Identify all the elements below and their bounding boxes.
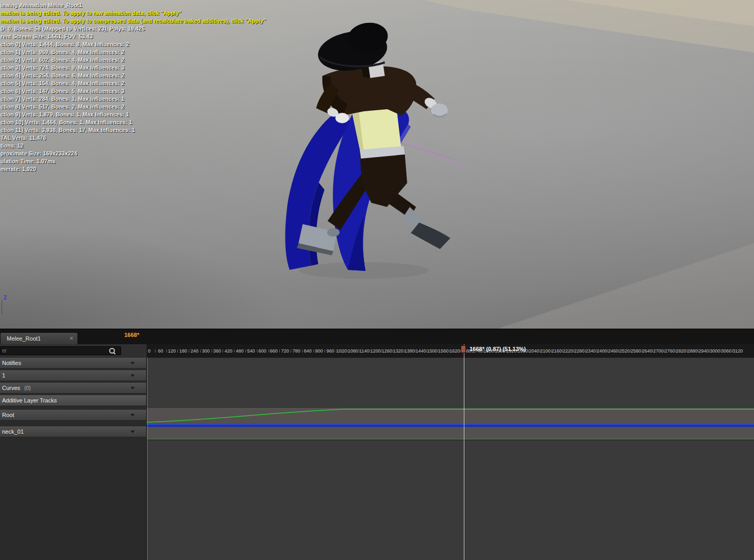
ruler-tick-label: 960 <box>327 348 334 354</box>
ruler-tick-mark <box>223 349 223 353</box>
ruler-tick-label: 1020 <box>336 348 347 354</box>
right-boot <box>411 223 450 249</box>
ruler-tick-label: 1440 <box>415 348 426 354</box>
track-row-neck-01[interactable]: neck_01 <box>0 426 146 437</box>
ruler-tick-label: 720 <box>281 348 289 354</box>
ruler-tick-label: 540 <box>247 348 255 354</box>
track-filter-input[interactable]: er <box>0 346 121 355</box>
ruler-tick-label: 2640 <box>642 348 653 354</box>
debug-line: ction 10] Verts: 1,464, Bones: 1, Max In… <box>1 119 266 126</box>
debug-line: ction 0] Verts: 1,444, Bones: 8, Max Inf… <box>1 41 266 48</box>
chevron-down-icon[interactable] <box>131 431 135 433</box>
ruler-tick-label: 1320 <box>393 348 404 354</box>
track-row-notifies[interactable]: Notifies <box>0 358 146 369</box>
ruler-tick-mark <box>279 349 280 353</box>
track-row-1[interactable]: 1 <box>0 370 146 381</box>
root-curve <box>147 358 754 560</box>
debug-line: ction 3] Verts: 724, Bones: 9, Max Influ… <box>1 64 266 72</box>
chevron-down-icon[interactable] <box>131 414 135 416</box>
ruler-tick-mark <box>234 349 235 353</box>
filter-placeholder: er <box>2 348 7 354</box>
track-row-label: Curves <box>2 385 20 391</box>
track-row-label: Root <box>2 412 14 418</box>
ruler-tick-label: 60 <box>158 348 163 354</box>
track-row-label: 1 <box>2 372 5 379</box>
track-row-label: Notifies <box>2 360 21 366</box>
ruler-tick-label: 1620 <box>450 348 460 354</box>
ruler-tick-label: 3000 <box>710 348 720 354</box>
timeline-tab-bar: Melee_Root1 × <box>0 329 754 345</box>
ruler-tick-label: 2400 <box>596 348 607 354</box>
viewport-3d[interactable]: iewing Animation Melee_Root1mation is be… <box>0 0 754 329</box>
timeline-ruler[interactable]: 0601201802403003604204805406006607207808… <box>147 344 754 358</box>
track-list: Notifies1Curves(0)Additive Layer TracksR… <box>0 358 147 560</box>
ruler-tick-mark <box>257 349 257 353</box>
chevron-down-icon[interactable] <box>131 374 135 377</box>
ruler-tick-label: 360 <box>213 348 221 354</box>
ruler-tick-label: 1380 <box>405 348 415 354</box>
ruler-tick-label: 120 <box>168 348 176 354</box>
debug-line: iewing Animation Melee_Root1 <box>1 2 266 9</box>
ruler-tick-label: 180 <box>179 348 187 354</box>
debug-line: merate: 1,920 <box>1 165 266 173</box>
ruler-tick-mark <box>302 349 303 353</box>
axis-z-label: Z <box>4 295 7 301</box>
track-row-additive-layer-tracks[interactable]: Additive Layer Tracks <box>0 395 146 406</box>
ruler-tick-label: 1140 <box>359 348 369 354</box>
debug-line: ction 9] Verts: 1,879, Bones: 1, Max Inf… <box>1 111 266 119</box>
ruler-tick-mark <box>200 349 201 353</box>
chevron-down-icon[interactable] <box>131 387 135 389</box>
ruler-tick-label: 3060 <box>721 348 732 354</box>
close-icon[interactable]: × <box>70 335 73 342</box>
ruler-tick-label: 2040 <box>529 348 539 354</box>
track-curve-area[interactable] <box>147 358 754 560</box>
debug-line: ction 4] Verts: 254, Bones: 6, Max Influ… <box>1 72 266 80</box>
ruler-tick-label: 240 <box>191 348 199 354</box>
curve-zero-line <box>147 358 148 560</box>
viewport-debug-text: iewing Animation Melee_Root1mation is be… <box>1 2 266 173</box>
current-frame-display: 1668* <box>124 332 139 338</box>
ruler-tick-label: 480 <box>236 348 244 354</box>
ruler-tick-label: 2340 <box>586 348 596 354</box>
debug-line: D: 0, Bones: 58 (Mapped to Vertices: 23)… <box>1 25 266 33</box>
track-row-curves[interactable]: Curves(0) <box>0 383 146 394</box>
debug-line: ction 8] Verts: 517, Bones: 2, Max Influ… <box>1 103 266 111</box>
ruler-tick-label: 1200 <box>370 348 381 354</box>
ruler-tick-label: 2580 <box>631 348 641 354</box>
ruler-tick-label: 0 <box>148 348 150 354</box>
axis-line <box>2 300 2 315</box>
ruler-tick-label: 300 <box>202 348 210 354</box>
debug-line: ulation Time: 1.07ms <box>1 158 266 165</box>
ruler-tick-mark <box>177 349 178 353</box>
ruler-tick-mark <box>245 349 246 353</box>
debug-line: ction 7] Verts: 284, Bones: 1, Max Influ… <box>1 95 266 103</box>
debug-line: ction 11] Verts: 3,938, Bones: 17, Max I… <box>1 126 266 134</box>
ruler-tick-label: 1500 <box>427 348 437 354</box>
ruler-tick-label: 2100 <box>540 348 551 354</box>
track-row-label: neck_01 <box>2 428 24 435</box>
debug-line: tions: 12 <box>1 142 266 150</box>
tab-melee-root1[interactable]: Melee_Root1 × <box>0 332 78 344</box>
ruler-tick-label: 2820 <box>676 348 686 354</box>
ruler-tick-label: 2760 <box>665 348 675 354</box>
track-row-root[interactable]: Root <box>0 410 146 421</box>
ruler-tick-mark <box>166 349 167 353</box>
debug-line: TAL Verts: 11,476 <box>1 134 266 142</box>
debug-line: ction 1] Verts: 969, Bones: 4, Max Influ… <box>1 48 266 56</box>
ruler-tick-label: 2460 <box>608 348 618 354</box>
ruler-tick-label: 3120 <box>733 348 743 354</box>
ruler-tick-mark <box>314 349 314 353</box>
chevron-down-icon[interactable] <box>131 362 135 364</box>
debug-line: ction 5] Verts: 154, Bones: 4, Max Influ… <box>1 80 266 87</box>
debug-line: ction 2] Verts: 602, Bones: 4, Max Influ… <box>1 56 266 64</box>
debug-line: ction 6] Verts: 147, Bones: 5, Max Influ… <box>1 87 266 95</box>
ruler-tick-label: 2940 <box>698 348 709 354</box>
ruler-tick-label: 840 <box>304 348 311 354</box>
ruler-tick-label: 1080 <box>348 348 358 354</box>
search-icon <box>109 348 115 354</box>
playhead-handle[interactable] <box>461 345 466 353</box>
debug-line: mation is being edited. To apply to raw … <box>1 9 266 17</box>
ruler-tick-mark <box>291 349 291 353</box>
debug-line: proximate Size: 169x233x224 <box>1 150 266 158</box>
unreal-animation-editor: iewing Animation Melee_Root1mation is be… <box>0 0 754 560</box>
